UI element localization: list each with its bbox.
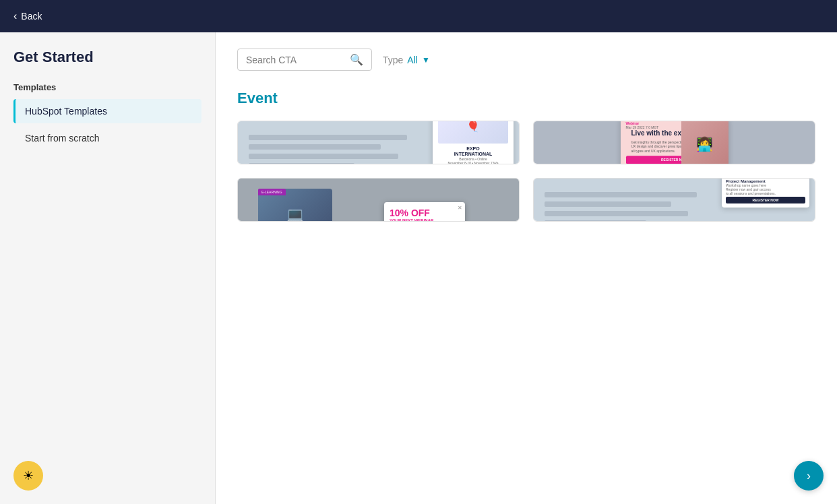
top-navigation: ‹ Back — [0, 0, 837, 32]
webinar-image: 👩‍💻 — [681, 121, 728, 164]
template-card-webinar-offer[interactable]: 💻 E-LEARNING ✕ 10% OFF YOUR NEXT WEBINAR… — [237, 178, 520, 222]
offer-text: YOUR NEXT WEBINAR — [390, 218, 460, 221]
close-icon: ✕ — [458, 205, 462, 211]
workshop-popup: ✕ Project Management Workshop name goes … — [722, 179, 809, 208]
back-arrow-icon: ‹ — [13, 10, 17, 22]
sidebar-item-hubspot-templates[interactable]: HubSpot Templates — [13, 99, 202, 123]
template-preview-live-webinar: Webinar Mar 19 2022 7:0 MGT Live with th… — [534, 121, 815, 164]
elearning-tag: E-LEARNING — [258, 189, 286, 195]
popup-image: 🎈 — [438, 121, 508, 144]
template-card-event-registration[interactable]: 🎈 EXPOINTERNATIONAL Barcelona • OnlineNo… — [237, 121, 520, 164]
slide-in-popup: 🎈 EXPOINTERNATIONAL Barcelona • OnlineNo… — [433, 121, 514, 164]
chevron-down-icon: › — [807, 469, 811, 483]
slide-in-lines — [249, 135, 425, 164]
offer-popup: ✕ 10% OFF YOUR NEXT WEBINAR Sign up to o… — [384, 202, 465, 221]
search-box[interactable]: 🔍 — [237, 49, 372, 71]
avatar-icon: ☀ — [23, 468, 34, 483]
workshop-lines — [545, 192, 714, 221]
template-preview-workshop: ✕ Project Management Workshop name goes … — [534, 179, 815, 221]
laptop-icon: 💻 — [285, 206, 305, 221]
template-info-event-registration: Event Registration Slide-in Preview — [238, 164, 519, 164]
section-heading: Event — [237, 90, 815, 107]
sidebar-item-start-from-scratch[interactable]: Start from scratch — [13, 126, 202, 150]
back-button[interactable]: ‹ Back — [13, 10, 42, 22]
sidebar: Get Started Templates HubSpot Templates … — [0, 32, 216, 504]
type-filter[interactable]: Type All ▼ — [383, 55, 430, 65]
template-card-live-webinar[interactable]: Webinar Mar 19 2022 7:0 MGT Live with th… — [533, 121, 815, 164]
content-area: 🔍 Type All ▼ Event — [216, 32, 837, 504]
template-preview-webinar-offer: 💻 E-LEARNING ✕ 10% OFF YOUR NEXT WEBINAR… — [238, 179, 519, 221]
template-preview-event-registration: 🎈 EXPOINTERNATIONAL Barcelona • OnlineNo… — [238, 121, 519, 164]
offer-percent: 10% OFF — [390, 208, 460, 218]
template-grid: 🎈 EXPOINTERNATIONAL Barcelona • OnlineNo… — [237, 121, 815, 222]
sidebar-title: Get Started — [13, 49, 202, 66]
popup-details: Barcelona • OnlineNovember 8-10 • Novemb… — [438, 157, 508, 164]
template-info-webinar-offer: Webinar 10% Offer Pop-up Preview — [238, 221, 519, 222]
search-icon[interactable]: 🔍 — [350, 53, 363, 66]
popup-expo-text: EXPOINTERNATIONAL — [438, 146, 508, 158]
sidebar-item-label: HubSpot Templates — [25, 106, 107, 117]
workshop-popup-date: Register now and gain accessto all sessi… — [726, 187, 805, 195]
type-filter-value: All — [407, 55, 418, 65]
template-info-live-webinar: Live Webinar Registration Pop-up Preview — [534, 164, 815, 164]
workshop-register-btn: REGISTER NOW — [726, 197, 805, 203]
back-label: Back — [21, 11, 42, 22]
avatar[interactable]: ☀ — [13, 461, 43, 491]
chevron-down-icon: ▼ — [422, 55, 430, 65]
search-input[interactable] — [246, 55, 350, 65]
main-layout: Get Started Templates HubSpot Templates … — [0, 32, 837, 504]
sidebar-item-label: Start from scratch — [25, 133, 99, 144]
template-info-workshop: Workshop registration Slide-in Preview — [534, 221, 815, 222]
webinar-popup: Webinar Mar 19 2022 7:0 MGT Live with th… — [621, 121, 728, 164]
template-card-workshop[interactable]: ✕ Project Management Workshop name goes … — [533, 178, 815, 222]
type-filter-label: Type — [383, 55, 403, 65]
scroll-down-button[interactable]: › — [794, 461, 824, 491]
search-filter-row: 🔍 Type All ▼ — [237, 49, 815, 71]
templates-section-label: Templates — [13, 82, 202, 92]
